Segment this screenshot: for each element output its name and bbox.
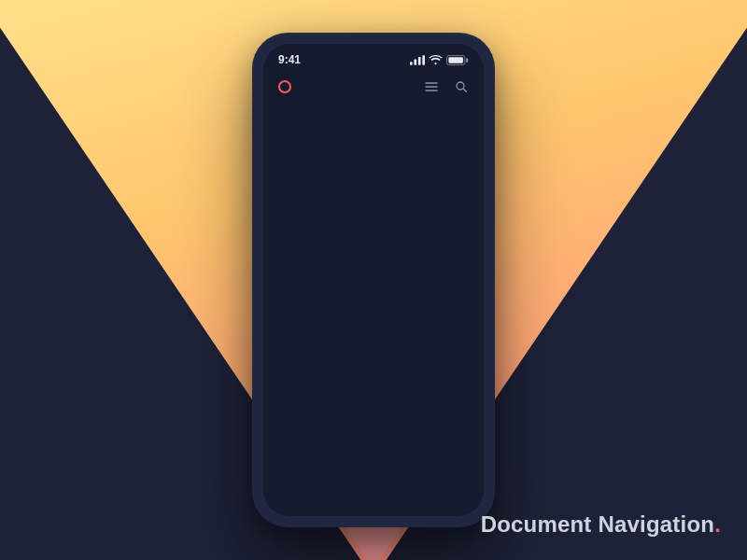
- phone-screen: 9:41: [263, 44, 484, 516]
- svg-rect-6: [466, 58, 468, 63]
- signal-icon: [410, 55, 425, 65]
- app-logo-ring-icon: [278, 80, 291, 93]
- svg-rect-5: [448, 57, 463, 63]
- menu-icon: [424, 79, 439, 94]
- status-time: 9:41: [278, 53, 301, 66]
- wifi-icon: [429, 55, 443, 65]
- svg-rect-1: [414, 59, 416, 64]
- page-title-dot: .: [714, 511, 721, 537]
- svg-point-7: [457, 82, 464, 90]
- page-title-text: Document Navigation: [481, 511, 715, 537]
- status-indicators: [410, 55, 469, 65]
- search-button[interactable]: [454, 79, 469, 94]
- page-title: Document Navigation.: [481, 511, 721, 538]
- app-bar: [263, 70, 484, 105]
- search-icon: [454, 79, 469, 94]
- menu-button[interactable]: [424, 79, 439, 94]
- svg-rect-0: [410, 62, 413, 65]
- battery-icon: [446, 55, 469, 65]
- svg-rect-3: [422, 55, 425, 65]
- svg-rect-2: [418, 56, 421, 64]
- status-bar: 9:41: [263, 44, 484, 70]
- phone-mockup: 9:41: [252, 33, 495, 527]
